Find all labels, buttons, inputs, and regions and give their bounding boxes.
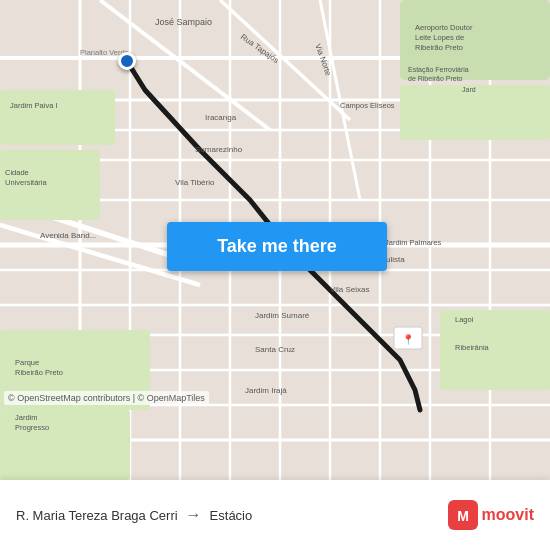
svg-text:Vila Tibério: Vila Tibério [175,178,215,187]
svg-text:Estação Ferroviária: Estação Ferroviária [408,66,469,74]
moovit-text: moovit [482,506,534,524]
svg-text:Ribeirão Preto: Ribeirão Preto [15,368,63,377]
svg-text:Universitária: Universitária [5,178,48,187]
take-me-there-button[interactable]: Take me there [167,222,387,271]
map-container: José Sampaio Rua Tapajós Via Norte Iraca… [0,0,550,480]
svg-text:Vila Seixas: Vila Seixas [330,285,369,294]
svg-text:Sumarezinho: Sumarezinho [195,145,243,154]
svg-text:Avenida Band...: Avenida Band... [40,231,96,240]
svg-text:M: M [457,508,469,524]
bottom-bar: R. Maria Tereza Braga Cerri → Estácio M … [0,480,550,550]
route-info: R. Maria Tereza Braga Cerri → Estácio [16,506,448,524]
moovit-logo: M moovit [448,500,534,530]
svg-rect-30 [0,90,115,145]
svg-rect-28 [400,85,550,140]
svg-text:Iracanga: Iracanga [205,113,237,122]
svg-text:de Ribeirão Preto: de Ribeirão Preto [408,75,463,82]
svg-text:Ribeirão Preto: Ribeirão Preto [415,43,463,52]
svg-text:Aeroporto Doutor: Aeroporto Doutor [415,23,473,32]
svg-text:Jard: Jard [462,86,476,93]
svg-text:Jardim Sumaré: Jardim Sumaré [255,311,310,320]
svg-text:Santa Cruz: Santa Cruz [255,345,295,354]
svg-text:Jardim Palmares: Jardim Palmares [385,238,442,247]
svg-text:Leite Lopes de: Leite Lopes de [415,33,464,42]
svg-text:Cidade: Cidade [5,168,29,177]
svg-text:José Sampaio: José Sampaio [155,17,212,27]
svg-text:Lagoi: Lagoi [455,315,474,324]
svg-text:Jardim Paiva I: Jardim Paiva I [10,101,58,110]
arrow-icon: → [186,506,202,524]
map-attribution: © OpenStreetMap contributors | © OpenMap… [4,391,209,405]
svg-text:Jardim Irajá: Jardim Irajá [245,386,287,395]
svg-text:Jardim: Jardim [15,413,38,422]
svg-text:Campos Elíseos: Campos Elíseos [340,101,395,110]
svg-text:Progresso: Progresso [15,423,49,432]
svg-text:📍: 📍 [402,333,415,346]
moovit-logo-icon: M [448,500,478,530]
destination-label: Estácio [210,508,253,523]
origin-marker [118,52,136,70]
svg-text:Ribeirânia: Ribeirânia [455,343,490,352]
svg-text:Parque: Parque [15,358,39,367]
origin-label: R. Maria Tereza Braga Cerri [16,508,178,523]
